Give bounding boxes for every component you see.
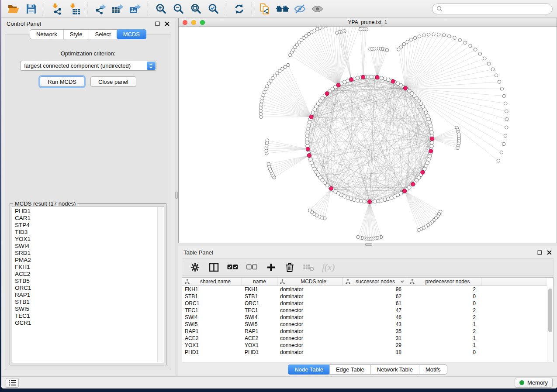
table-row[interactable]: YOX1YOX1connector291 [182,342,547,349]
float-panel-icon[interactable] [155,21,160,26]
tab-motifs[interactable]: Motifs [419,365,447,374]
task-history-button[interactable] [6,378,19,388]
table-row[interactable]: ORC1ORC1dominator610 [182,300,547,307]
mcds-result-node[interactable]: PMA2 [15,257,155,264]
cell-predecessor-nodes: 2 [407,328,481,334]
splitter-grip[interactable] [175,192,178,199]
run-mcds-button[interactable]: Run MCDS [40,76,84,87]
zoom-in-icon[interactable] [153,2,169,16]
window-close-button[interactable] [183,20,187,25]
cell-shared-name: ORC1 [182,300,242,306]
close-panel-icon[interactable] [547,250,552,255]
mcds-result-node[interactable]: FKH1 [15,264,155,271]
table-row[interactable]: SWI5SWI5connector431 [182,321,547,328]
delete-column-icon[interactable] [284,261,295,273]
vertical-splitter[interactable] [175,18,178,376]
mcds-result-node[interactable]: GCR1 [15,320,155,327]
cell-MCDS-role: connector [277,335,343,341]
column-header-shared-name[interactable]: shared name [182,278,242,285]
table-row[interactable]: FKH1FKH1dominator962 [182,286,547,293]
table-scrollbar[interactable] [547,286,553,362]
mcds-result-node[interactable]: PHD1 [15,208,155,215]
export-image-icon[interactable] [127,2,143,16]
cell-shared-name: SWI4 [182,314,242,320]
column-header-name[interactable]: name [242,278,277,285]
cell-successor-nodes: 47 [343,307,407,313]
mcds-result-node[interactable]: SWI5 [15,306,155,313]
window-maximize-button[interactable] [200,20,205,25]
cell-shared-name: PHD1 [182,349,242,355]
mcds-result-node[interactable]: STB1 [15,299,155,306]
mcds-result-node[interactable]: TID3 [15,229,155,236]
select-all-columns-icon[interactable] [227,261,239,273]
table-row[interactable]: SWI4SWI4dominator462 [182,314,547,321]
sort-desc-icon [400,280,404,283]
export-table-icon[interactable] [110,2,125,16]
network-canvas[interactable] [179,27,557,243]
horizontal-splitter[interactable] [178,243,557,246]
mcds-result-node[interactable]: YOX1 [15,236,155,243]
zoom-selected-icon[interactable] [205,2,221,16]
memory-button[interactable]: Memory [515,378,553,388]
tab-select[interactable]: Select [89,30,117,39]
cell-MCDS-role: dominator [277,314,343,320]
export-network-icon[interactable] [92,2,108,16]
tab-mcds[interactable]: MCDS [117,29,146,39]
cell-successor-nodes: 29 [343,342,407,348]
new-network-from-selection-icon[interactable] [257,2,273,16]
cell-MCDS-role: dominator [277,293,343,299]
mcds-result-list[interactable]: PHD1CAR1STP4TID3YOX1SWI4SRD1PMA2FKH1ACE2… [12,206,164,363]
mcds-result-node[interactable]: ORC1 [15,285,155,292]
scrollbar-thumb[interactable] [548,289,552,332]
tab-edge-table[interactable]: Edge Table [329,365,370,374]
splitter-grip[interactable] [365,243,372,246]
search-input[interactable] [445,6,548,12]
tab-node-table[interactable]: Node Table [288,364,330,375]
mcds-result-node[interactable]: SRD1 [15,250,155,257]
result-list-scrollbar[interactable] [157,207,163,362]
mcds-result-node[interactable]: TEC1 [15,313,155,320]
column-header-successor-nodes[interactable]: successor nodes [343,278,407,285]
add-column-icon[interactable] [265,261,277,273]
table-row[interactable]: ACE2ACE2connector311 [182,335,547,342]
table-row[interactable]: TEC1TEC1connector472 [182,307,547,314]
mcds-result-node[interactable]: SWI4 [15,243,155,250]
import-table-icon[interactable] [66,2,82,16]
table-row[interactable]: PHD1PHD1dominator180 [182,349,547,356]
search-box[interactable] [432,3,553,14]
save-icon[interactable] [23,2,39,16]
window-minimize-button[interactable] [191,20,196,25]
gear-icon[interactable] [189,261,201,273]
application-window: Control Panel NetworkStyleSelectMCDS Opt… [1,0,557,389]
cell-predecessor-nodes: 0 [407,300,481,306]
close-panel-icon[interactable] [165,21,170,26]
hide-selected-icon[interactable] [292,2,308,16]
columns-icon[interactable] [208,261,219,273]
float-panel-icon[interactable] [537,250,542,255]
mcds-result-node[interactable]: STB5 [15,278,155,285]
deselect-all-columns-icon[interactable] [246,261,258,273]
import-network-icon[interactable] [49,2,65,16]
table-row[interactable]: RAP1RAP1dominator352 [182,328,547,335]
zoom-fit-icon[interactable] [188,2,204,16]
mcds-result-node[interactable]: ACE2 [15,271,155,278]
table-row[interactable]: STB1STB1dominator620 [182,293,547,300]
cell-shared-name: RAP1 [182,328,242,334]
tab-style[interactable]: Style [63,30,89,39]
tab-network-table[interactable]: Network Table [370,365,419,374]
first-neighbors-icon[interactable] [274,2,290,16]
open-folder-icon[interactable] [6,2,21,16]
optimization-criterion-select[interactable]: largest connected component (undirected) [20,61,156,71]
mcds-result-node[interactable]: STP4 [15,222,155,229]
shared-column-icon [185,279,190,284]
node-table: shared namenameMCDS rolesuccessor nodesp… [182,277,554,362]
column-header-MCDS-role[interactable]: MCDS role [277,278,343,285]
zoom-out-icon[interactable] [170,2,186,16]
mcds-result-node[interactable]: CAR1 [15,215,155,222]
refresh-icon[interactable] [231,2,247,16]
tab-network[interactable]: Network [30,30,63,39]
show-all-icon[interactable] [309,2,325,16]
close-panel-button[interactable]: Close panel [90,76,136,87]
column-header-predecessor-nodes[interactable]: predecessor nodes [407,278,481,285]
mcds-result-node[interactable]: RAP1 [15,292,155,299]
